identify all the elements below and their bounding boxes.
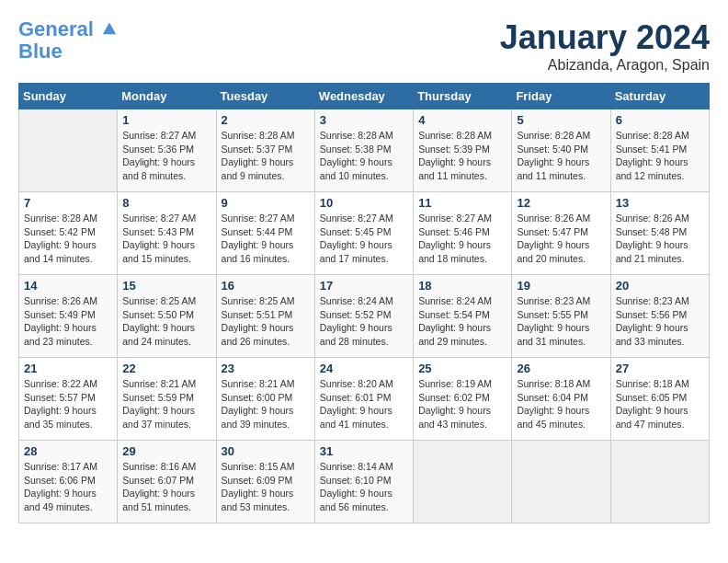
calendar-cell: 21Sunrise: 8:22 AMSunset: 5:57 PMDayligh…	[19, 358, 118, 441]
day-info: Sunrise: 8:23 AMSunset: 5:55 PMDaylight:…	[517, 294, 605, 349]
calendar-cell: 1Sunrise: 8:27 AMSunset: 5:36 PMDaylight…	[118, 109, 216, 192]
weekday-header-friday: Friday	[512, 84, 610, 109]
day-info: Sunrise: 8:24 AMSunset: 5:52 PMDaylight:…	[320, 294, 408, 349]
day-info: Sunrise: 8:16 AMSunset: 6:07 PMDaylight:…	[122, 460, 210, 514]
day-number: 9	[222, 196, 310, 210]
svg-marker-0	[103, 23, 116, 35]
day-info: Sunrise: 8:15 AMSunset: 6:09 PMDaylight:…	[222, 460, 310, 514]
day-info: Sunrise: 8:27 AMSunset: 5:43 PMDaylight:…	[122, 212, 210, 266]
day-info: Sunrise: 8:21 AMSunset: 6:00 PMDaylight:…	[222, 377, 310, 431]
calendar-cell: 8Sunrise: 8:27 AMSunset: 5:43 PMDaylight…	[118, 192, 216, 275]
day-info: Sunrise: 8:25 AMSunset: 5:51 PMDaylight:…	[222, 294, 310, 349]
calendar-cell: 26Sunrise: 8:18 AMSunset: 6:04 PMDayligh…	[512, 358, 610, 441]
calendar-cell: 27Sunrise: 8:18 AMSunset: 6:05 PMDayligh…	[610, 358, 709, 441]
calendar-week-3: 14Sunrise: 8:26 AMSunset: 5:49 PMDayligh…	[19, 275, 710, 358]
day-info: Sunrise: 8:28 AMSunset: 5:39 PMDaylight:…	[418, 129, 506, 183]
calendar-cell: 14Sunrise: 8:26 AMSunset: 5:49 PMDayligh…	[19, 275, 118, 358]
calendar-cell: 15Sunrise: 8:25 AMSunset: 5:50 PMDayligh…	[118, 275, 216, 358]
calendar-body: 1Sunrise: 8:27 AMSunset: 5:36 PMDaylight…	[19, 109, 710, 523]
calendar-cell	[414, 441, 512, 523]
day-number: 11	[418, 196, 506, 210]
calendar-cell: 22Sunrise: 8:21 AMSunset: 5:59 PMDayligh…	[118, 358, 216, 441]
weekday-header-thursday: Thursday	[414, 84, 512, 109]
day-info: Sunrise: 8:17 AMSunset: 6:06 PMDaylight:…	[24, 460, 112, 514]
calendar-cell: 20Sunrise: 8:23 AMSunset: 5:56 PMDayligh…	[610, 275, 709, 358]
day-info: Sunrise: 8:21 AMSunset: 5:59 PMDaylight:…	[122, 377, 210, 431]
day-number: 10	[320, 196, 408, 210]
calendar-cell: 6Sunrise: 8:28 AMSunset: 5:41 PMDaylight…	[610, 109, 709, 192]
calendar-cell: 9Sunrise: 8:27 AMSunset: 5:44 PMDaylight…	[216, 192, 314, 275]
day-info: Sunrise: 8:28 AMSunset: 5:41 PMDaylight:…	[616, 129, 704, 183]
day-info: Sunrise: 8:28 AMSunset: 5:40 PMDaylight:…	[517, 129, 605, 183]
day-info: Sunrise: 8:26 AMSunset: 5:48 PMDaylight:…	[616, 212, 704, 266]
calendar-cell: 10Sunrise: 8:27 AMSunset: 5:45 PMDayligh…	[314, 192, 413, 275]
weekday-header-row: SundayMondayTuesdayWednesdayThursdayFrid…	[19, 84, 710, 109]
weekday-header-tuesday: Tuesday	[216, 84, 314, 109]
calendar-cell: 16Sunrise: 8:25 AMSunset: 5:51 PMDayligh…	[216, 275, 314, 358]
day-info: Sunrise: 8:27 AMSunset: 5:45 PMDaylight:…	[320, 212, 408, 266]
day-info: Sunrise: 8:27 AMSunset: 5:46 PMDaylight:…	[418, 212, 506, 266]
day-number: 5	[517, 113, 605, 127]
calendar-cell	[610, 441, 709, 523]
day-number: 25	[418, 362, 506, 375]
day-number: 14	[24, 279, 112, 293]
day-number: 26	[517, 362, 605, 375]
day-number: 28	[24, 444, 112, 458]
day-number: 19	[517, 279, 605, 293]
calendar-cell: 4Sunrise: 8:28 AMSunset: 5:39 PMDaylight…	[414, 109, 512, 192]
calendar-cell: 18Sunrise: 8:24 AMSunset: 5:54 PMDayligh…	[414, 275, 512, 358]
day-number: 1	[122, 113, 210, 127]
title-section: January 2024 Abizanda, Aragon, Spain	[500, 18, 710, 74]
logo-icon	[101, 19, 118, 36]
day-number: 24	[320, 362, 408, 375]
weekday-header-sunday: Sunday	[19, 84, 118, 109]
calendar-cell: 24Sunrise: 8:20 AMSunset: 6:01 PMDayligh…	[314, 358, 413, 441]
day-info: Sunrise: 8:18 AMSunset: 6:04 PMDaylight:…	[517, 377, 605, 431]
day-number: 27	[616, 362, 704, 375]
day-info: Sunrise: 8:22 AMSunset: 5:57 PMDaylight:…	[24, 377, 112, 431]
calendar-cell: 17Sunrise: 8:24 AMSunset: 5:52 PMDayligh…	[314, 275, 413, 358]
day-number: 17	[320, 279, 408, 293]
weekday-header-monday: Monday	[118, 84, 216, 109]
logo: General Blue	[18, 18, 118, 63]
day-info: Sunrise: 8:25 AMSunset: 5:50 PMDaylight:…	[122, 294, 210, 349]
day-number: 29	[122, 444, 210, 458]
day-info: Sunrise: 8:28 AMSunset: 5:42 PMDaylight:…	[24, 212, 112, 266]
weekday-header-wednesday: Wednesday	[314, 84, 413, 109]
calendar-cell: 12Sunrise: 8:26 AMSunset: 5:47 PMDayligh…	[512, 192, 610, 275]
calendar-cell: 30Sunrise: 8:15 AMSunset: 6:09 PMDayligh…	[216, 441, 314, 523]
day-number: 23	[222, 362, 310, 375]
day-number: 18	[418, 279, 506, 293]
page-header: General Blue January 2024 Abizanda, Arag…	[18, 18, 710, 74]
day-number: 15	[122, 279, 210, 293]
calendar-cell: 2Sunrise: 8:28 AMSunset: 5:37 PMDaylight…	[216, 109, 314, 192]
calendar-cell: 11Sunrise: 8:27 AMSunset: 5:46 PMDayligh…	[414, 192, 512, 275]
day-number: 4	[418, 113, 506, 127]
day-info: Sunrise: 8:23 AMSunset: 5:56 PMDaylight:…	[616, 294, 704, 349]
weekday-header-saturday: Saturday	[610, 84, 709, 109]
calendar-week-1: 1Sunrise: 8:27 AMSunset: 5:36 PMDaylight…	[19, 109, 710, 192]
day-info: Sunrise: 8:28 AMSunset: 5:37 PMDaylight:…	[222, 129, 310, 183]
calendar-cell: 13Sunrise: 8:26 AMSunset: 5:48 PMDayligh…	[610, 192, 709, 275]
day-number: 31	[320, 444, 408, 458]
day-info: Sunrise: 8:18 AMSunset: 6:05 PMDaylight:…	[616, 377, 704, 431]
day-info: Sunrise: 8:19 AMSunset: 6:02 PMDaylight:…	[418, 377, 506, 431]
day-number: 2	[222, 113, 310, 127]
calendar-cell	[19, 109, 118, 192]
location: Abizanda, Aragon, Spain	[500, 57, 710, 74]
day-info: Sunrise: 8:20 AMSunset: 6:01 PMDaylight:…	[320, 377, 408, 431]
day-info: Sunrise: 8:14 AMSunset: 6:10 PMDaylight:…	[320, 460, 408, 514]
calendar-cell	[512, 441, 610, 523]
calendar-cell: 25Sunrise: 8:19 AMSunset: 6:02 PMDayligh…	[414, 358, 512, 441]
day-info: Sunrise: 8:27 AMSunset: 5:44 PMDaylight:…	[222, 212, 310, 266]
day-number: 16	[222, 279, 310, 293]
calendar-cell: 3Sunrise: 8:28 AMSunset: 5:38 PMDaylight…	[314, 109, 413, 192]
day-info: Sunrise: 8:26 AMSunset: 5:49 PMDaylight:…	[24, 294, 112, 349]
month-title: January 2024	[500, 18, 710, 57]
day-info: Sunrise: 8:24 AMSunset: 5:54 PMDaylight:…	[418, 294, 506, 349]
calendar-cell: 29Sunrise: 8:16 AMSunset: 6:07 PMDayligh…	[118, 441, 216, 523]
day-number: 21	[24, 362, 112, 375]
day-number: 22	[122, 362, 210, 375]
day-info: Sunrise: 8:27 AMSunset: 5:36 PMDaylight:…	[122, 129, 210, 183]
calendar-cell: 5Sunrise: 8:28 AMSunset: 5:40 PMDaylight…	[512, 109, 610, 192]
